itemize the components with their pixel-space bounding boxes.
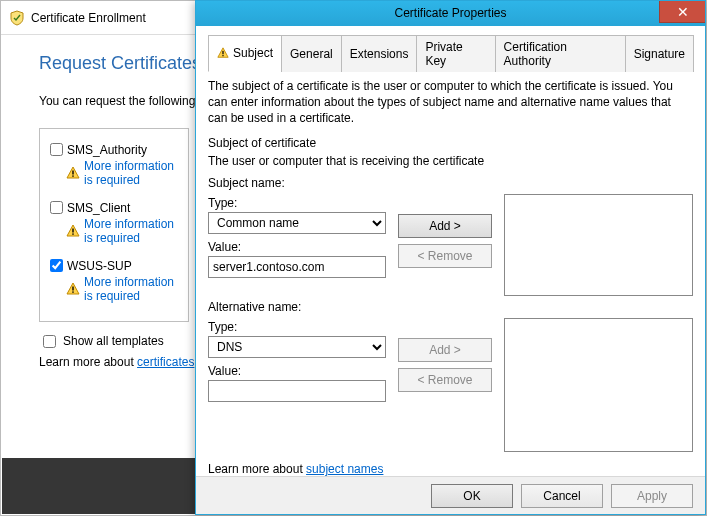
subject-tab-body: The subject of a certificate is the user… [208,72,693,477]
subject-description: The subject of a certificate is the user… [208,78,693,127]
shield-icon [9,10,25,26]
subject-type-select[interactable]: Common name [208,212,386,234]
template-more: More information is required [66,275,178,303]
template-checkbox-sms-client[interactable]: SMS_Client [50,201,178,215]
template-name: SMS_Client [67,201,130,215]
alt-buttons: Add > < Remove [398,318,492,452]
checkbox[interactable] [50,259,63,272]
template-item: SMS_Authority More information is requir… [50,143,178,187]
alt-remove-button[interactable]: < Remove [398,368,492,392]
svg-rect-1 [72,175,73,176]
tab-general[interactable]: General [281,35,342,72]
tab-label: Private Key [425,40,486,68]
subject-add-button[interactable]: Add > [398,214,492,238]
learn-more-subjects: Learn more about subject names [208,456,693,476]
template-item: SMS_Client More information is required [50,201,178,245]
template-name: SMS_Authority [67,143,147,157]
type-label: Type: [208,196,386,210]
warning-icon [217,47,229,59]
svg-rect-5 [72,291,73,292]
dialog-titlebar[interactable]: Certificate Properties ✕ [196,1,705,26]
svg-rect-6 [222,51,223,54]
tab-cert-authority[interactable]: Certification Authority [495,35,626,72]
subject-inputs: Type: Common name Value: [208,194,386,296]
svg-rect-3 [72,233,73,234]
show-all-label: Show all templates [63,334,164,348]
tab-signature[interactable]: Signature [625,35,694,72]
warning-icon [66,166,80,180]
checkbox[interactable] [43,335,56,348]
alt-listbox[interactable] [504,318,693,452]
subject-name-group: Type: Common name Value: Add > < Remove [208,194,693,296]
subject-names-link[interactable]: subject names [306,462,383,476]
checkbox[interactable] [50,143,63,156]
subject-listbox[interactable] [504,194,693,296]
dialog-content: Subject General Extensions Private Key C… [196,26,705,477]
subject-list-col [504,194,693,296]
close-icon: ✕ [677,4,689,20]
alt-value-input[interactable] [208,380,386,402]
tab-label: Signature [634,47,685,61]
tab-private-key[interactable]: Private Key [416,35,495,72]
template-more: More information is required [66,217,178,245]
value-label: Value: [208,364,386,378]
more-info-link[interactable]: More information is required [84,275,178,303]
subject-of-cert-label: Subject of certificate [208,136,693,150]
checkbox[interactable] [50,201,63,214]
subject-receiver-label: The user or computer that is receiving t… [208,154,693,168]
alt-list-col [504,318,693,452]
more-info-link[interactable]: More information is required [84,159,178,187]
svg-rect-7 [222,55,223,56]
subject-remove-button[interactable]: < Remove [398,244,492,268]
svg-rect-2 [72,228,73,232]
tab-label: Certification Authority [504,40,617,68]
dialog-footer: OK Cancel Apply [196,476,705,514]
tab-extensions[interactable]: Extensions [341,35,418,72]
dialog-title: Certificate Properties [394,6,506,20]
tab-label: Subject [233,46,273,60]
alt-name-group: Type: DNS Value: Add > < Remove [208,318,693,452]
certificate-properties-dialog: Certificate Properties ✕ Subject General… [195,0,706,515]
tabs: Subject General Extensions Private Key C… [208,34,693,72]
type-label: Type: [208,320,386,334]
template-name: WSUS-SUP [67,259,132,273]
certificates-link[interactable]: certificates [137,355,194,369]
template-item: WSUS-SUP More information is required [50,259,178,303]
svg-rect-0 [72,170,73,174]
more-info-link[interactable]: More information is required [84,217,178,245]
warning-icon [66,282,80,296]
close-button[interactable]: ✕ [659,1,705,23]
template-checkbox-wsus-sup[interactable]: WSUS-SUP [50,259,178,273]
subject-value-input[interactable] [208,256,386,278]
alt-type-select[interactable]: DNS [208,336,386,358]
apply-button[interactable]: Apply [611,484,693,508]
subject-buttons: Add > < Remove [398,194,492,296]
template-checkbox-sms-authority[interactable]: SMS_Authority [50,143,178,157]
alt-name-heading: Alternative name: [208,300,693,314]
enrollment-title: Certificate Enrollment [31,11,146,25]
templates-list: SMS_Authority More information is requir… [39,128,189,322]
template-more: More information is required [66,159,178,187]
tab-subject[interactable]: Subject [208,35,282,72]
warning-icon [66,224,80,238]
subject-name-heading: Subject name: [208,176,693,190]
value-label: Value: [208,240,386,254]
tab-label: General [290,47,333,61]
alt-add-button[interactable]: Add > [398,338,492,362]
alt-inputs: Type: DNS Value: [208,318,386,452]
cancel-button[interactable]: Cancel [521,484,603,508]
tab-label: Extensions [350,47,409,61]
ok-button[interactable]: OK [431,484,513,508]
svg-rect-4 [72,286,73,290]
